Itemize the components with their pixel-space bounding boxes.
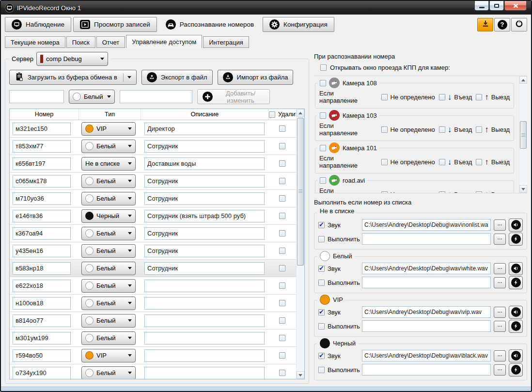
plate-description-input[interactable] <box>144 332 265 345</box>
plate-number-input[interactable] <box>13 175 71 188</box>
plate-type-select[interactable]: Белый <box>81 331 136 345</box>
sound-path-input[interactable] <box>362 306 491 318</box>
subtab-search[interactable]: Поиск <box>66 36 95 48</box>
new-type-select[interactable]: Белый <box>69 90 115 104</box>
plate-number-input[interactable] <box>13 297 71 310</box>
plate-type-select[interactable]: Белый <box>81 227 136 240</box>
plate-description-input[interactable] <box>144 227 265 240</box>
plate-type-select[interactable]: VIP <box>81 122 136 136</box>
camera-scrollbar[interactable] <box>519 76 527 193</box>
direction-entry-checkbox[interactable] <box>439 159 445 165</box>
delete-checkbox[interactable] <box>279 265 285 271</box>
play-sound-button[interactable] <box>509 349 523 362</box>
plate-number-input[interactable] <box>13 280 71 292</box>
scroll-up-button[interactable] <box>297 109 304 117</box>
delete-all-checkbox[interactable] <box>269 111 275 118</box>
restore-button[interactable] <box>489 1 504 11</box>
plate-number-input[interactable] <box>13 367 71 379</box>
execute-command-input[interactable] <box>362 364 491 376</box>
sound-path-input[interactable] <box>362 219 491 231</box>
plate-number-input[interactable] <box>13 349 71 362</box>
direction-entry-checkbox[interactable] <box>439 191 445 193</box>
plate-description-input[interactable] <box>144 157 265 170</box>
browse-button[interactable]: ... <box>494 220 506 231</box>
execute-checkbox[interactable] <box>318 236 325 242</box>
browse-button[interactable]: ... <box>494 321 506 332</box>
browse-button[interactable]: ... <box>494 364 506 376</box>
direction-exit-checkbox[interactable] <box>476 126 482 133</box>
delete-checkbox[interactable] <box>279 178 285 184</box>
sound-path-input[interactable] <box>362 350 491 361</box>
direction-undefined-checkbox[interactable] <box>381 191 388 193</box>
plate-number-input[interactable] <box>13 245 71 257</box>
delete-checkbox[interactable] <box>279 335 285 341</box>
browse-button[interactable]: ... <box>494 234 506 245</box>
browse-button[interactable]: ... <box>494 307 506 318</box>
camera-enable-checkbox[interactable] <box>320 177 326 184</box>
plate-description-input[interactable] <box>144 192 265 205</box>
sound-checkbox[interactable] <box>318 222 325 228</box>
plate-description-input[interactable] <box>144 210 265 222</box>
plate-type-select[interactable]: Белый <box>81 244 136 258</box>
plate-type-select[interactable]: Белый <box>81 262 136 275</box>
plate-number-input[interactable] <box>13 314 71 327</box>
plate-number-input[interactable] <box>13 262 71 275</box>
delete-checkbox[interactable] <box>279 300 285 306</box>
direction-undefined-checkbox[interactable] <box>381 94 388 100</box>
plate-description-input[interactable] <box>144 314 265 327</box>
plate-number-input[interactable] <box>13 157 71 170</box>
add-update-button[interactable]: Добавить/изменить <box>197 89 270 104</box>
delete-checkbox[interactable] <box>279 317 285 324</box>
plate-description-input[interactable] <box>144 175 265 188</box>
scroll-thumb[interactable] <box>297 118 304 266</box>
sound-path-input[interactable] <box>362 263 491 274</box>
plate-type-select[interactable]: Не в списке <box>81 157 136 171</box>
import-button[interactable]: Импорт из файла <box>218 70 294 85</box>
delete-checkbox[interactable] <box>279 160 285 167</box>
plate-number-input[interactable] <box>13 210 71 222</box>
run-command-button[interactable] <box>509 233 523 246</box>
new-description-input[interactable] <box>120 90 192 103</box>
table-scrollbar[interactable] <box>296 109 304 379</box>
plate-type-select[interactable]: Белый <box>81 366 136 379</box>
delete-checkbox[interactable] <box>279 370 285 376</box>
plate-type-select[interactable]: Белый <box>81 192 136 205</box>
plate-description-input[interactable] <box>144 280 265 292</box>
delete-checkbox[interactable] <box>279 213 285 219</box>
subtab-integration[interactable]: Интеграция <box>203 36 249 48</box>
sound-checkbox[interactable] <box>318 309 325 315</box>
plate-type-select[interactable]: Черный <box>81 209 136 223</box>
load-clipboard-button[interactable]: Загрузить из буфера обмена в <box>9 70 137 85</box>
delete-checkbox[interactable] <box>279 248 285 254</box>
plate-type-select[interactable]: Белый <box>81 140 136 153</box>
scroll-up-button[interactable] <box>519 76 527 84</box>
plate-type-select[interactable]: Белый <box>81 297 136 310</box>
run-command-button[interactable] <box>509 320 523 333</box>
plate-number-input[interactable] <box>13 140 71 153</box>
direction-undefined-checkbox[interactable] <box>381 126 388 133</box>
plate-description-input[interactable] <box>144 123 265 135</box>
subtab-report[interactable]: Отчет <box>96 36 125 48</box>
direction-exit-checkbox[interactable] <box>476 159 482 165</box>
execute-checkbox[interactable] <box>318 367 325 373</box>
direction-entry-checkbox[interactable] <box>439 126 445 133</box>
plate-description-input[interactable] <box>144 245 265 257</box>
scroll-down-button[interactable] <box>519 185 527 193</box>
delete-checkbox[interactable] <box>279 125 285 132</box>
direction-exit-checkbox[interactable] <box>476 191 482 193</box>
tab-plate-recognition[interactable]: Распознавание номеров <box>159 17 261 32</box>
update-download-button[interactable] <box>477 18 493 31</box>
execute-command-input[interactable] <box>362 320 491 332</box>
scroll-down-button[interactable] <box>297 371 304 379</box>
tab-configuration[interactable]: Конфигурация <box>263 17 334 32</box>
new-plate-input[interactable] <box>9 90 64 103</box>
execute-checkbox[interactable] <box>318 323 325 329</box>
plate-type-select[interactable]: Белый <box>81 174 136 188</box>
delete-checkbox[interactable] <box>279 143 285 149</box>
help-button[interactable]: ? <box>494 18 510 31</box>
server-select[interactable]: comp Debug <box>36 52 108 66</box>
execute-checkbox[interactable] <box>318 280 325 286</box>
play-sound-button[interactable] <box>509 219 523 232</box>
run-command-button[interactable] <box>509 363 523 376</box>
sound-checkbox[interactable] <box>318 266 325 272</box>
